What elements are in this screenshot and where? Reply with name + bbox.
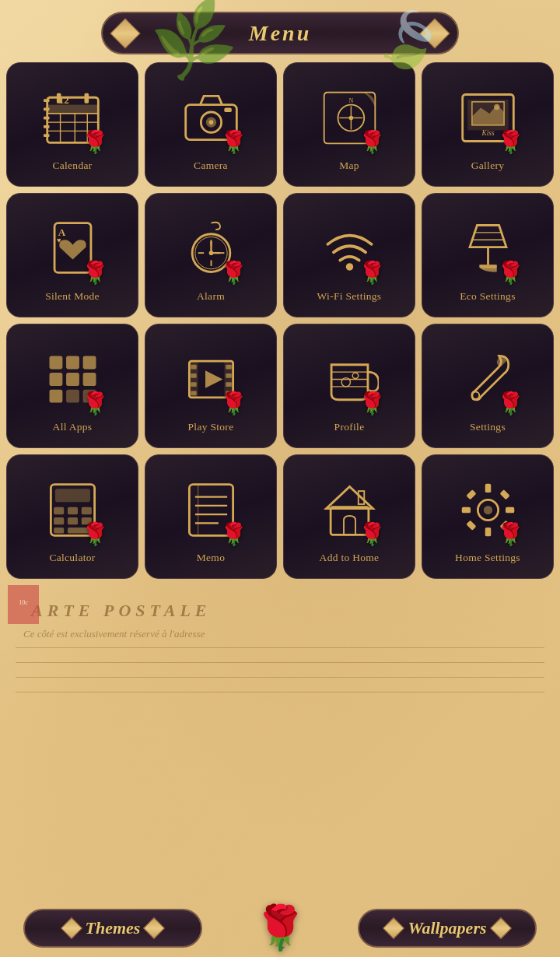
svg-rect-47 xyxy=(479,265,497,268)
add-to-home-tile[interactable]: 🌹 Add to Home xyxy=(283,454,415,579)
svg-rect-101 xyxy=(466,520,476,530)
svg-point-24 xyxy=(348,115,353,120)
calculator-icon-area: 🌹 xyxy=(37,471,107,549)
mug-icon-area: 🌹 xyxy=(314,340,384,418)
calendar-tile[interactable]: 12 🌹 Calendar xyxy=(6,62,138,187)
camera-icon-area: 🌹 xyxy=(176,79,246,156)
menu-title-bar: Menu xyxy=(101,12,459,54)
calculator-tile[interactable]: 🌹 Calculator xyxy=(6,454,138,579)
svg-rect-60 xyxy=(191,364,197,369)
svg-point-20 xyxy=(208,120,213,124)
profile-tile[interactable]: 🌹 Profile xyxy=(283,324,415,448)
svg-rect-52 xyxy=(66,373,79,386)
svg-rect-1 xyxy=(47,104,98,113)
wrench-icon-area: 🌹 xyxy=(453,340,523,418)
center-rose-icon: 🌹 xyxy=(254,903,307,953)
svg-rect-55 xyxy=(66,389,79,402)
svg-point-42 xyxy=(208,251,213,255)
right-diamond-icon xyxy=(419,18,450,49)
themes-label: Themes xyxy=(86,918,141,938)
add-home-label: Add to Home xyxy=(320,552,380,564)
calendar-rose: 🌹 xyxy=(82,129,109,155)
camera-tile[interactable]: 🌹 Camera xyxy=(145,62,277,187)
svg-rect-96 xyxy=(485,528,491,536)
svg-point-103 xyxy=(483,505,492,514)
svg-marker-68 xyxy=(205,370,223,388)
calendar-label: Calendar xyxy=(52,160,92,172)
svg-rect-81 xyxy=(67,517,77,524)
settings-rose: 🌹 xyxy=(497,391,524,416)
svg-rect-14 xyxy=(44,124,50,128)
all-apps-label: All Apps xyxy=(53,421,93,433)
gallery-label: Gallery xyxy=(471,160,505,172)
memo-rose: 🌹 xyxy=(220,521,247,547)
svg-rect-51 xyxy=(49,373,62,386)
bottom-nav: Themes 🌹 Wallpapers xyxy=(0,903,560,953)
silent-label: Silent Mode xyxy=(45,290,100,303)
svg-rect-100 xyxy=(499,489,509,500)
svg-rect-78 xyxy=(67,507,77,514)
svg-marker-92 xyxy=(326,486,373,508)
svg-rect-65 xyxy=(226,373,232,378)
svg-rect-83 xyxy=(54,528,64,534)
settings-label: Settings xyxy=(470,421,506,433)
gallery-icon-area: Kiss 🌹 xyxy=(453,79,523,156)
wallpapers-label: Wallpapers xyxy=(408,918,486,938)
wifi-icon-area: 🌹 xyxy=(314,209,384,287)
all-apps-rose: 🌹 xyxy=(82,391,109,416)
svg-point-73 xyxy=(352,373,359,379)
gallery-tile[interactable]: Kiss 🌹 Gallery xyxy=(422,62,554,187)
wallpapers-left-diamond xyxy=(383,917,404,938)
svg-rect-11 xyxy=(44,99,50,102)
postcard-subtext: Ce côté est exclusivement réservé à l'ad… xyxy=(23,628,205,640)
map-label: Map xyxy=(339,160,359,172)
map-rose: 🌹 xyxy=(359,129,386,155)
wifi-label: Wi-Fi Settings xyxy=(317,290,382,303)
map-icon-area: N 🌹 xyxy=(314,79,384,156)
play-store-tile[interactable]: 🌹 Play Store xyxy=(145,324,277,448)
svg-rect-77 xyxy=(54,507,64,514)
eco-settings-tile[interactable]: 🌹 Eco Settings xyxy=(422,193,554,317)
svg-rect-62 xyxy=(191,382,197,387)
calculator-label: Calculator xyxy=(49,552,95,564)
svg-rect-49 xyxy=(66,356,79,369)
home-settings-tile[interactable]: 🌹 Home Settings xyxy=(422,454,554,579)
svg-point-43 xyxy=(345,263,352,270)
svg-rect-98 xyxy=(506,507,514,513)
svg-rect-66 xyxy=(226,382,232,387)
wallpapers-button[interactable]: Wallpapers xyxy=(358,909,537,948)
home-settings-label: Home Settings xyxy=(455,552,520,564)
memo-icon-area: 🌹 xyxy=(176,471,246,549)
memo-tile[interactable]: 🌹 Memo xyxy=(145,454,277,579)
wifi-tile[interactable]: 🌹 Wi-Fi Settings xyxy=(283,193,415,317)
lamp-icon-area: 🌹 xyxy=(453,209,523,287)
profile-label: Profile xyxy=(334,421,365,433)
lamp-rose: 🌹 xyxy=(497,260,524,286)
house-icon-area: 🌹 xyxy=(314,471,384,549)
vintage-stamp: 10c xyxy=(8,585,39,624)
eco-label: Eco Settings xyxy=(460,290,515,303)
camera-label: Camera xyxy=(194,160,228,172)
svg-point-29 xyxy=(494,103,500,110)
silent-icon-area: A ♥ 🌹 xyxy=(37,209,107,287)
svg-rect-50 xyxy=(82,356,96,369)
svg-rect-53 xyxy=(82,373,96,386)
calendar-icon-area: 12 🌹 xyxy=(37,79,107,156)
left-diamond-icon xyxy=(110,18,141,49)
postcard-area: ARTE POSTALE Ce côté est exclusivement r… xyxy=(0,585,560,741)
settings-tile[interactable]: 🌹 Settings xyxy=(422,324,554,448)
menu-title: Menu xyxy=(249,21,311,46)
map-tile[interactable]: N 🌹 Map xyxy=(283,62,415,187)
wallpapers-right-diamond xyxy=(489,917,511,938)
svg-rect-15 xyxy=(44,134,50,137)
apps-grid: 12 🌹 Calendar xyxy=(0,62,560,579)
add-home-rose: 🌹 xyxy=(359,521,386,547)
themes-button[interactable]: Themes xyxy=(23,909,202,948)
svg-rect-64 xyxy=(226,364,232,369)
alarm-tile[interactable]: 🌹 Alarm xyxy=(145,193,277,317)
grid-icon-area: 🌹 xyxy=(37,340,107,418)
postcard-title: ARTE POSTALE xyxy=(31,601,212,621)
silent-mode-tile[interactable]: A ♥ 🌹 Silent Mode xyxy=(6,193,138,317)
all-apps-tile[interactable]: 🌹 All Apps xyxy=(6,324,138,448)
svg-rect-9 xyxy=(56,93,61,103)
